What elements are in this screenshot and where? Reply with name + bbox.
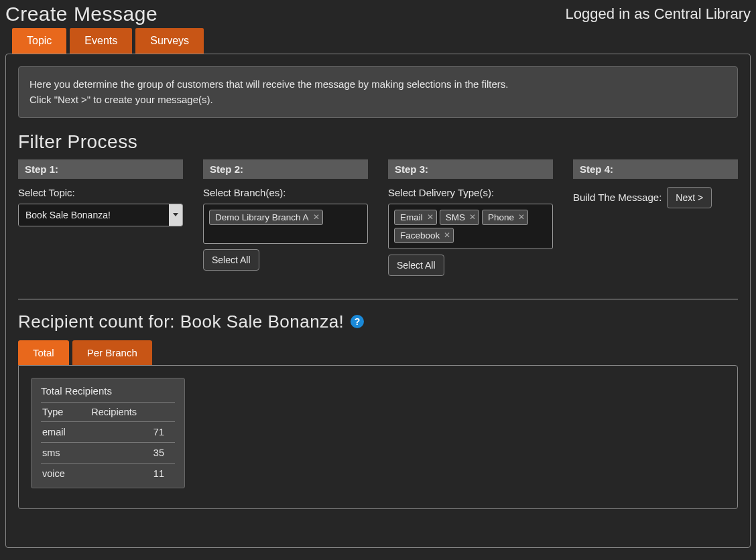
help-icon[interactable]: ?	[351, 315, 364, 328]
recipient-count-heading: Recipient count for: Book Sale Bonanza! …	[18, 311, 738, 332]
main-tabs: Topic Events Surveys	[12, 28, 751, 54]
tab-topic[interactable]: Topic	[12, 28, 66, 54]
step-3-header: Step 3:	[388, 159, 553, 179]
tag-label: Phone	[488, 212, 514, 222]
filter-process-heading: Filter Process	[18, 131, 738, 153]
table-row: voice11	[41, 463, 175, 484]
col-type: Type	[41, 402, 84, 421]
step-2-label: Select Branch(es):	[203, 187, 368, 198]
col-recipients: Recipients	[84, 402, 175, 421]
step-1: Step 1: Select Topic: Book Sale Bonanza!	[18, 159, 183, 276]
select-all-delivery-button[interactable]: Select All	[388, 255, 444, 276]
tag-item[interactable]: SMS✕	[440, 210, 479, 225]
topic-select[interactable]: Book Sale Bonanza!	[18, 204, 183, 226]
step-4: Step 4: Build The Message: Next >	[573, 159, 738, 276]
close-icon[interactable]: ✕	[313, 213, 320, 221]
tag-label: Facebook	[400, 230, 440, 240]
tag-item[interactable]: Demo Library Branch A✕	[209, 210, 323, 225]
step-2: Step 2: Select Branch(es): Demo Library …	[203, 159, 368, 276]
step-1-header: Step 1:	[18, 159, 183, 179]
page-title: Create Message	[5, 3, 158, 25]
close-icon[interactable]: ✕	[427, 213, 434, 221]
tab-events[interactable]: Events	[70, 28, 132, 54]
close-icon[interactable]: ✕	[444, 231, 450, 239]
chevron-down-icon[interactable]	[169, 204, 182, 226]
recipients-table-wrap: Total Recipients Type Recipients email71…	[31, 378, 185, 488]
table-row: sms35	[41, 442, 175, 463]
info-box: Here you determine the group of customer…	[18, 66, 738, 118]
step-4-label: Build The Message:	[573, 192, 662, 203]
divider	[18, 299, 738, 299]
close-icon[interactable]: ✕	[518, 213, 525, 221]
delivery-tag-container[interactable]: Email✕SMS✕Phone✕Facebook✕	[388, 204, 553, 249]
step-3-label: Select Delivery Type(s):	[388, 187, 553, 198]
next-button[interactable]: Next >	[667, 187, 712, 208]
recipients-table: Type Recipients email71sms35voice11	[41, 402, 175, 484]
login-status: Logged in as Central Library	[566, 5, 751, 23]
tab-surveys[interactable]: Surveys	[135, 28, 204, 54]
step-4-header: Step 4:	[573, 159, 738, 179]
table-row: email71	[41, 421, 175, 442]
recipients-table-title: Total Recipients	[41, 385, 175, 397]
branch-tag-container[interactable]: Demo Library Branch A✕	[203, 204, 368, 244]
sub-tab-per-branch[interactable]: Per Branch	[72, 340, 152, 365]
tag-label: Demo Library Branch A	[215, 212, 309, 222]
main-panel: Here you determine the group of customer…	[5, 54, 751, 548]
tag-item[interactable]: Phone✕	[482, 210, 528, 225]
tag-item[interactable]: Email✕	[394, 210, 437, 225]
recipient-sub-tabs: Total Per Branch	[18, 340, 738, 365]
close-icon[interactable]: ✕	[469, 213, 476, 221]
recipient-panel: Total Recipients Type Recipients email71…	[18, 365, 738, 509]
step-1-label: Select Topic:	[18, 187, 183, 198]
step-2-header: Step 2:	[203, 159, 368, 179]
select-all-branches-button[interactable]: Select All	[203, 249, 259, 271]
tag-label: SMS	[446, 212, 465, 222]
step-3: Step 3: Select Delivery Type(s): Email✕S…	[388, 159, 553, 276]
sub-tab-total[interactable]: Total	[18, 340, 69, 365]
tag-label: Email	[400, 212, 423, 222]
tag-item[interactable]: Facebook✕	[394, 228, 454, 243]
topic-select-value: Book Sale Bonanza!	[19, 204, 169, 226]
